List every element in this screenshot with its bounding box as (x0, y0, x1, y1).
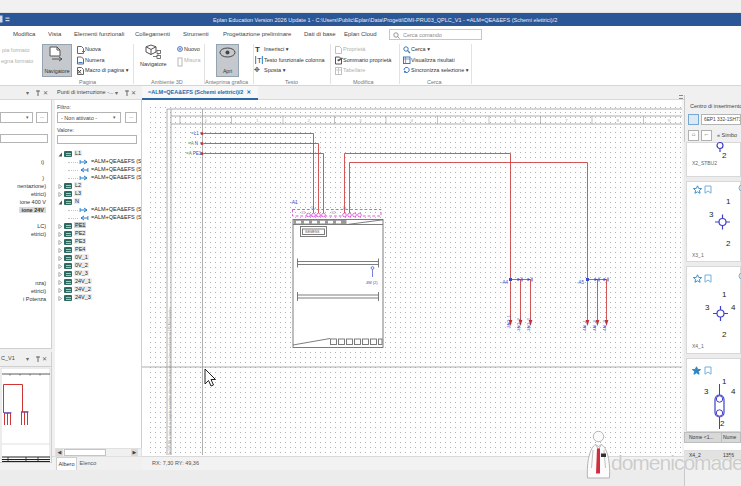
svg-text:1L+: 1L+ (311, 206, 316, 210)
svg-text:L+: L+ (343, 206, 347, 210)
